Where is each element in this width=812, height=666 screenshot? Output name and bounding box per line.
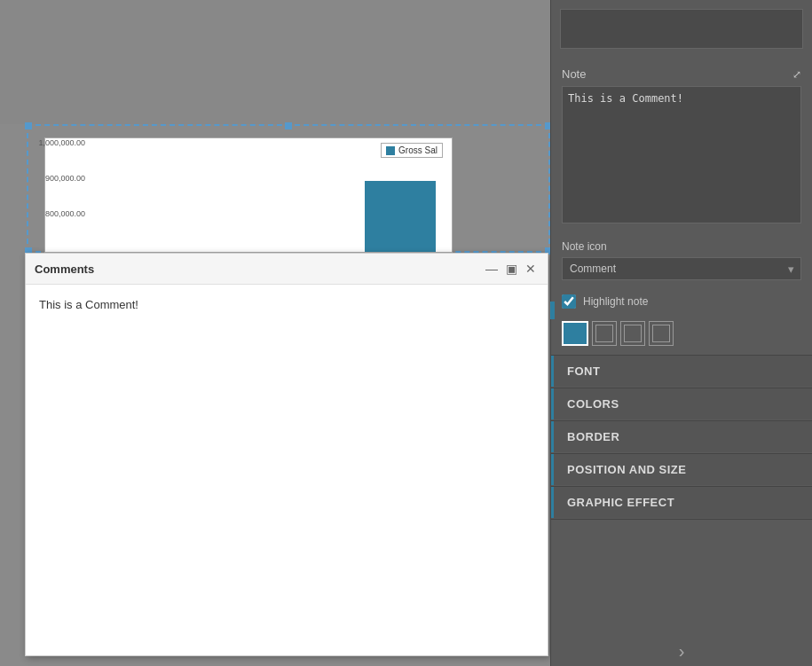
highlight-section: Highlight note <box>551 287 812 316</box>
color-swatch-blue[interactable] <box>562 321 588 346</box>
chart-yaxis: 1,000,000.00 900,000.00 800,000.00 <box>45 138 90 254</box>
note-label: Note <box>562 67 586 81</box>
note-textarea[interactable] <box>562 86 801 223</box>
yaxis-label-2: 900,000.00 <box>45 174 85 183</box>
right-panel: Note ⤢ Note icon Comment Note Warning In… <box>550 0 812 666</box>
yaxis-label-3: 800,000.00 <box>45 209 85 218</box>
dialog-controls: — ▣ ✕ <box>484 261 539 277</box>
note-icon-section: Note icon Comment Note Warning Info ▾ <box>551 233 812 287</box>
top-strip <box>0 0 550 124</box>
highlight-checkbox[interactable] <box>562 294 576 309</box>
swatch-section <box>551 316 812 355</box>
yaxis-label-1: 1,000,000.00 <box>38 138 85 147</box>
canvas-area: 1,000,000.00 900,000.00 800,000.00 Gross… <box>0 0 550 666</box>
color-swatch-outline-2[interactable] <box>620 321 645 346</box>
chart-bar <box>365 181 436 252</box>
swatch-inner-3 <box>652 325 670 342</box>
section-header-font[interactable]: FONT <box>551 356 812 387</box>
chart-container: 1,000,000.00 900,000.00 800,000.00 Gross… <box>44 137 453 253</box>
dialog-title-bar: Comments — ▣ ✕ <box>26 254 548 285</box>
dialog-content: This is a Comment! <box>26 285 548 325</box>
panel-accent <box>550 302 555 319</box>
note-icon-select-wrapper: Comment Note Warning Info ▾ <box>562 257 801 280</box>
section-header-position[interactable]: POSITION AND SIZE <box>551 454 812 485</box>
bottom-arrow-icon[interactable]: › <box>679 641 685 662</box>
dialog-title: Comments <box>35 262 94 276</box>
color-swatch-outline-3[interactable] <box>649 321 674 346</box>
note-icon-select[interactable]: Comment Note Warning Info <box>562 257 801 280</box>
highlight-label: Highlight note <box>583 295 648 308</box>
section-header-colors[interactable]: COLORS <box>551 388 812 419</box>
dialog-minimize-button[interactable]: — <box>484 261 500 277</box>
swatch-inner-2 <box>624 325 642 342</box>
dialog-comment-text: This is a Comment! <box>39 298 138 311</box>
dialog-close-button[interactable]: ✕ <box>523 261 539 277</box>
dialog-restore-button[interactable]: ▣ <box>503 261 519 277</box>
legend-label: Gross Sal <box>398 145 438 155</box>
legend-color-swatch <box>386 146 395 155</box>
section-header-border[interactable]: BORDER <box>551 421 812 452</box>
top-textarea[interactable] <box>560 9 803 49</box>
note-icon-label: Note icon <box>562 240 801 253</box>
chart-legend: Gross Sal <box>381 143 443 158</box>
color-swatch-outline-1[interactable] <box>592 321 617 346</box>
note-section: Note ⤢ <box>551 60 812 233</box>
note-expand-icon[interactable]: ⤢ <box>792 68 801 81</box>
comments-dialog: Comments — ▣ ✕ This is a Comment! <box>25 253 548 656</box>
note-header: Note ⤢ <box>562 67 801 81</box>
section-header-graphic-effect[interactable]: GRAPHIC EFFECT <box>551 487 812 518</box>
swatch-inner-1 <box>595 325 613 342</box>
